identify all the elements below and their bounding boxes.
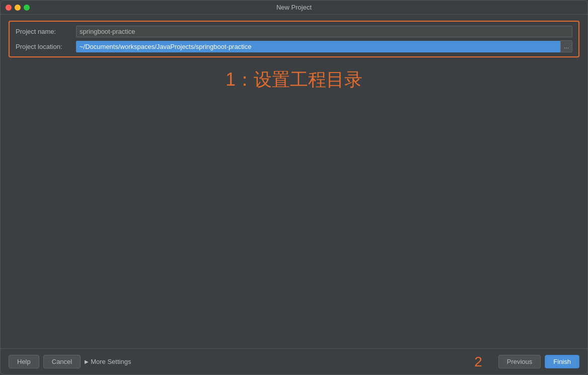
new-project-dialog: New Project Project name: Project locati… [0,0,588,375]
help-button[interactable]: Help [9,355,39,368]
project-name-input[interactable] [76,26,572,37]
bottom-left-buttons: Help Cancel ▶ More Settings [9,355,131,368]
browse-button[interactable]: ... [560,40,572,52]
main-area [9,92,579,348]
project-location-label: Project location: [16,43,76,50]
project-name-label: Project name: [16,28,76,35]
step2-annotation: 2 [474,354,482,370]
bottom-bar: Help Cancel ▶ More Settings 2 Previous F… [1,348,587,374]
form-section: Project name: Project location: ... [9,21,579,57]
finish-button[interactable]: Finish [545,355,579,368]
cancel-button[interactable]: Cancel [43,355,81,368]
minimize-button[interactable] [15,5,21,11]
window-title: New Project [276,4,312,11]
previous-button[interactable]: Previous [498,355,541,368]
step1-annotation: 1：设置工程目录 [9,68,579,92]
more-settings-toggle[interactable]: ▶ More Settings [85,358,131,365]
title-bar: New Project [1,1,587,15]
project-name-row: Project name: [16,26,572,37]
project-location-row: Project location: ... [16,40,572,52]
close-button[interactable] [6,5,12,11]
bottom-actions: Help Cancel ▶ More Settings 2 Previous F… [9,354,579,370]
project-location-input[interactable] [76,41,560,52]
dialog-content: Project name: Project location: ... 1：设置… [1,15,587,348]
bottom-middle: 2 [131,354,498,370]
traffic-lights [6,5,30,11]
bottom-right-buttons: Previous Finish [498,355,579,368]
more-settings-label: More Settings [91,358,131,365]
more-settings-arrow-icon: ▶ [85,359,89,364]
maximize-button[interactable] [24,5,30,11]
